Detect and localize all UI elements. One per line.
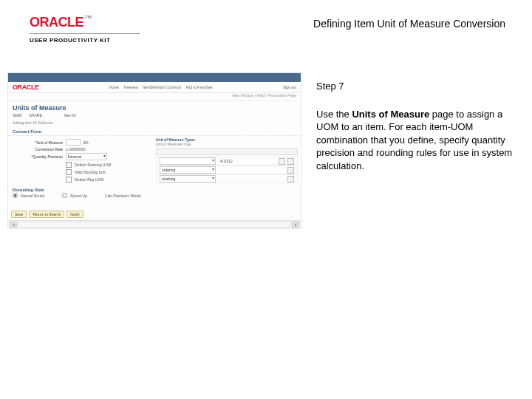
ss-chk3-row: Default Req UOM <box>11 177 153 183</box>
ss-chk2: Valid Stocking Unit <box>75 170 106 174</box>
ss-checkbox-icon <box>66 177 72 183</box>
ss-qty-dropdown: Decimal <box>66 153 107 160</box>
step-label: Step 7 <box>316 80 517 93</box>
logo-block: ORACLETM USER PRODUCTIVITY KIT <box>30 15 140 44</box>
ss-conv-val: 1.00000000 <box>66 147 85 151</box>
ss-row-icons <box>287 167 294 174</box>
ss-row-date: 4/10/12 <box>220 159 233 163</box>
ss-uom-val: EA <box>83 140 89 145</box>
ss-left-col: *Unit of Measure EA Conversion Rate 1.00… <box>11 137 153 184</box>
ss-tab-itemdef: ItemDefinition Common <box>143 85 181 89</box>
ss-row-dd: ordering <box>160 166 216 174</box>
ss-uot-hint: Unit of Measure Type <box>156 142 298 146</box>
ss-signout: Sign out <box>283 85 296 89</box>
ss-setid-value: SHARE <box>30 113 42 117</box>
ss-qty-label: *Quantity Precision <box>11 154 63 159</box>
ss-sub-row: New Window | Help | Personalize Page <box>8 93 301 101</box>
content-row: ORACLE Home Treeview ItemDefinition Comm… <box>7 72 517 229</box>
ss-nav-tabs: Home Treeview ItemDefinition Common Add … <box>109 85 213 89</box>
logo-divider <box>30 33 140 34</box>
ss-return-button: Return to Search <box>29 211 64 218</box>
ss-chk1-row: Default Stocking UOM <box>11 162 153 168</box>
plus-icon <box>287 167 294 174</box>
ss-uom-label: *Unit of Measure <box>11 140 63 145</box>
ss-uom-input <box>66 139 81 146</box>
ss-logo-row: ORACLE Home Treeview ItemDefinition Comm… <box>8 82 301 93</box>
scroll-track <box>18 222 290 228</box>
body-prefix: Use the <box>316 109 352 120</box>
ss-button-bar: Save Return to Search Notify <box>11 211 83 218</box>
ss-checkbox-icon <box>66 162 72 168</box>
ss-field-qty: *Quantity Precision Decimal <box>11 153 153 160</box>
ss-convert-section: Convert From <box>8 128 301 136</box>
instruction-text: Use the Units of Measure page to assign … <box>316 108 517 173</box>
ss-row-icons <box>279 158 294 165</box>
minus-icon <box>287 158 294 165</box>
ss-topbar <box>8 73 301 82</box>
body-bold: Units of Measure <box>352 109 429 120</box>
ss-conv-label: Conversion Rate <box>11 147 63 151</box>
ss-row-dd <box>160 157 216 165</box>
scroll-left-icon: ◂ <box>10 222 17 228</box>
radio-icon <box>62 193 67 198</box>
ss-round-opt1: Natural Round <box>21 194 44 198</box>
ss-radio-row-1: Natural Round Round Up Calc Precision: W… <box>8 192 301 199</box>
ss-scrollbar: ◂ ▸ <box>8 220 301 228</box>
ss-save-button: Save <box>11 211 27 218</box>
logo-subtitle: USER PRODUCTIVITY KIT <box>30 37 140 44</box>
ss-oracle-logo: ORACLE <box>13 83 39 91</box>
ss-tab-home: Home <box>109 85 119 89</box>
ss-id-row: SetID SHARE Item ID <box>8 112 301 119</box>
instruction-column: Step 7 Use the Units of Measure page to … <box>316 72 517 172</box>
ss-table-row-3: stocking <box>156 174 298 183</box>
header: ORACLETM USER PRODUCTIVITY KIT Defining … <box>30 15 517 44</box>
ss-tab-fav: Add to Favorites <box>185 85 212 89</box>
scroll-right-icon: ▸ <box>292 222 299 228</box>
ss-row-dd: stocking <box>160 175 216 183</box>
embedded-screenshot: ORACLE Home Treeview ItemDefinition Comm… <box>7 72 301 229</box>
ss-table-head <box>156 148 298 155</box>
ss-setid-label: SetID <box>13 113 22 117</box>
ss-chk3: Default Req UOM <box>75 177 103 182</box>
ss-row-icons <box>287 176 294 183</box>
ss-table-row-2: ordering <box>156 166 298 174</box>
ss-heading: Units of Measure <box>8 101 301 112</box>
ss-right-col: Unit of Measure Types Unit of Measure Ty… <box>156 137 298 184</box>
ss-round-header: Rounding Rule <box>8 185 301 192</box>
tm-icon: TM <box>85 15 92 19</box>
plus-icon <box>279 158 285 165</box>
ss-form-cols: *Unit of Measure EA Conversion Rate 1.00… <box>8 136 301 185</box>
oracle-logo: ORACLETM <box>30 15 140 30</box>
ss-field-conv: Conversion Rate 1.00000000 <box>11 147 153 151</box>
ss-checkbox-icon <box>66 169 72 175</box>
oracle-wordmark: ORACLE <box>30 15 83 30</box>
ss-round-opt2: Round Up <box>70 194 87 198</box>
slide: ORACLETM USER PRODUCTIVITY KIT Defining … <box>0 0 532 399</box>
ss-itemid-label: Item ID <box>64 113 76 117</box>
ss-table-row-1: 4/10/12 <box>156 157 298 166</box>
ss-tab-treeview: Treeview <box>123 85 138 89</box>
ss-chk2-row: Valid Stocking Unit <box>11 169 153 175</box>
ss-chk1: Default Stocking UOM <box>75 163 111 167</box>
ss-notify-button: Notify <box>66 211 83 218</box>
plus-icon <box>287 176 294 183</box>
radio-icon <box>13 193 18 198</box>
page-title: Defining Item Unit of Measure Conversion <box>313 18 505 30</box>
ss-field-uom: *Unit of Measure EA <box>11 139 153 146</box>
ss-form-sub: Adding Item ID Attributes <box>8 119 301 126</box>
ss-round-opt3: Calc Precision: Whole <box>105 194 141 198</box>
